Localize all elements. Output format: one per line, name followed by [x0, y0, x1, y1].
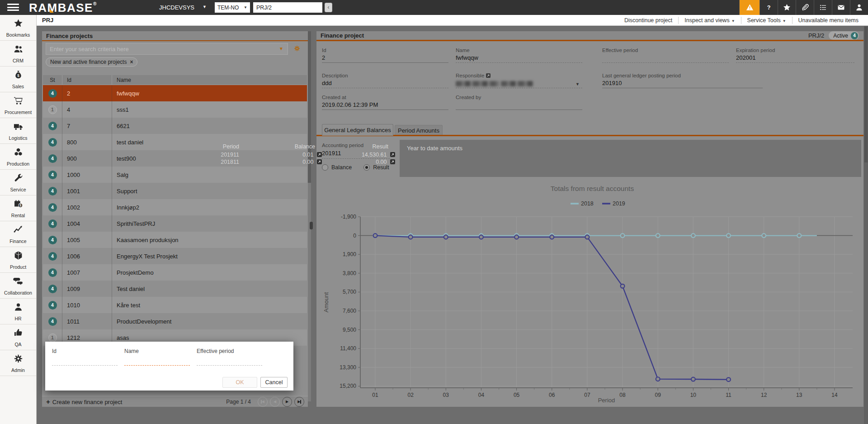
module-select[interactable]: TEM-NO▼	[215, 2, 250, 13]
drilldown-icon[interactable]	[317, 152, 322, 157]
radio-result[interactable]: Result	[363, 164, 389, 171]
status-badge: 4	[48, 268, 57, 277]
sidebar-item-collaboration[interactable]: Collaboration	[0, 273, 36, 299]
menu-action-unavailable-menu-items[interactable]: Unavailable menu items	[792, 17, 864, 24]
field-effective-period[interactable]: Effective period	[602, 48, 729, 63]
help-icon[interactable]: ?	[760, 0, 778, 15]
table-row[interactable]: 41002Innkjøp2	[43, 199, 307, 215]
svg-text:9,500: 9,500	[343, 327, 356, 333]
sidebar-item-crm[interactable]: CRM	[0, 41, 36, 67]
drilldown-icon[interactable]	[317, 159, 322, 164]
drilldown-icon[interactable]	[390, 152, 395, 157]
page-scrollbar[interactable]	[864, 26, 868, 424]
pager-last-button[interactable]: ▶	[294, 397, 304, 407]
scrollbar-thumb[interactable]	[864, 27, 868, 162]
dialog-field-id[interactable]: Id	[52, 348, 118, 366]
pager-next-button[interactable]: ▶	[282, 397, 292, 407]
table-row[interactable]: 4900test900	[43, 150, 307, 167]
sidebar-item-bookmarks[interactable]: Bookmarks	[0, 15, 36, 41]
filter-chip[interactable]: New and active finance projects×	[46, 57, 137, 67]
dialog-field-label: Id	[52, 348, 118, 354]
table-row[interactable]: 41007ProsjektDemo	[43, 264, 307, 281]
table-row[interactable]: 41001Support	[43, 183, 307, 199]
program-search-input[interactable]	[253, 2, 322, 13]
gear-icon[interactable]	[293, 45, 301, 52]
pager-prev-button[interactable]: ◀	[270, 397, 280, 407]
sidebar-item-label: Admin	[0, 367, 36, 373]
pager-first-button[interactable]: ◀	[258, 397, 268, 407]
table-row[interactable]: 41006EngergyX Test Prosjekt	[43, 248, 307, 264]
menu-action-service-tools[interactable]: Service Tools▼	[741, 17, 792, 24]
chip-close-icon[interactable]: ×	[130, 59, 133, 65]
hamburger-menu-icon[interactable]	[7, 4, 19, 11]
sidebar-item-hr[interactable]: HR	[0, 299, 36, 324]
sidebar-item-logistics[interactable]: Logistics	[0, 118, 36, 144]
truck-icon	[13, 121, 24, 132]
table-row[interactable]: 41010Kåre test	[43, 297, 307, 313]
panel-splitter-handle[interactable]	[310, 222, 313, 229]
sidebar-item-qa[interactable]: QA	[0, 324, 36, 350]
field-created-by: Created by	[456, 95, 582, 110]
svg-text:2019: 2019	[613, 200, 625, 207]
sidebar-item-procurement[interactable]: Procurement	[0, 92, 36, 118]
system-caret-icon[interactable]: ▼	[203, 5, 207, 9]
table-row[interactable]: 476621	[43, 118, 307, 134]
chevron-down-icon[interactable]: ▼	[576, 82, 580, 86]
menu-action-discontinue-project[interactable]: Discontinue project	[618, 17, 678, 24]
alert-icon[interactable]	[739, 0, 760, 15]
sidebar-item-production[interactable]: Production	[0, 144, 36, 170]
drilldown-icon[interactable]	[486, 73, 491, 78]
tasks-icon[interactable]	[814, 0, 832, 15]
cell-id: 900	[62, 150, 112, 167]
tab-period-amounts[interactable]: Period Amounts	[395, 125, 443, 136]
field-name[interactable]: Namefwfwqqw	[456, 48, 582, 63]
rambase-logo: RAMBASE®	[29, 1, 97, 15]
table-row[interactable]: 4800test daniel	[43, 134, 307, 150]
dialog-field-underline	[197, 365, 262, 366]
system-name[interactable]: JHCDEVSYS	[159, 4, 194, 11]
table-row[interactable]: 41011ProductDevelopment	[43, 313, 307, 329]
panel-header-right: PRJ/2 Active4	[808, 31, 859, 41]
menu-action-inspect-and-views[interactable]: Inspect and views▼	[678, 17, 741, 24]
mail-icon[interactable]	[832, 0, 850, 15]
search-dropdown-icon[interactable]: ▼	[279, 46, 283, 51]
status-badge: 4	[48, 187, 57, 195]
create-finance-project-dialog: Id Name Effective period OK Cancel	[45, 342, 293, 391]
back-button[interactable]: ‹	[325, 3, 332, 12]
create-project-button[interactable]: +Create new finance project	[42, 398, 122, 405]
menu-actions: Discontinue projectInspect and views▼Ser…	[618, 15, 864, 25]
dialog-field-effective-period[interactable]: Effective period	[197, 348, 262, 366]
user-icon[interactable]	[850, 0, 868, 15]
table-row[interactable]: 41000Salg	[43, 167, 307, 183]
radio-balance[interactable]: Balance	[322, 164, 352, 171]
sidebar-item-sales[interactable]: $Sales	[0, 67, 36, 92]
dialog-field-name[interactable]: Name	[124, 348, 190, 366]
tab-general-ledger-balances[interactable]: General Ledger Balances	[322, 124, 393, 136]
table-row[interactable]: 42fwfwqqw	[43, 85, 307, 101]
drilldown-icon[interactable]	[390, 159, 395, 164]
ytd-title: Year to date amounts	[407, 145, 462, 152]
sidebar-item-service[interactable]: Service	[0, 170, 36, 195]
status-badge: 4	[48, 138, 57, 147]
sidebar-item-admin[interactable]: Admin	[0, 350, 36, 376]
sidebar-item-finance[interactable]: Finance	[0, 221, 36, 247]
attachment-icon[interactable]	[796, 0, 814, 15]
table-row[interactable]: 41005Kaasamoen produksjon	[43, 232, 307, 248]
accounting-period-value[interactable]: 201911	[322, 150, 341, 157]
field-expiration-period[interactable]: Expiration period202001	[736, 48, 854, 63]
search-input[interactable]	[46, 43, 288, 55]
field-responsible[interactable]: Responsible ▼	[456, 73, 582, 88]
table-row[interactable]: 14sss1	[43, 101, 307, 118]
field-description[interactable]: Descriptionddd	[322, 73, 448, 88]
table-row[interactable]: 41004SprithiTestPRJ	[43, 215, 307, 232]
cancel-button[interactable]: Cancel	[260, 377, 288, 388]
sidebar-item-rental[interactable]: $Rental	[0, 195, 36, 221]
ok-button[interactable]: OK	[222, 377, 257, 388]
list-scrollbar[interactable]	[308, 31, 311, 401]
svg-text:1,900: 1,900	[343, 251, 356, 257]
svg-text:Period: Period	[598, 397, 615, 404]
favorites-icon[interactable]	[778, 0, 796, 15]
chevron-down-icon: ▼	[783, 19, 786, 23]
table-row[interactable]: 41009Test daniel	[43, 281, 307, 297]
sidebar-item-product[interactable]: Product	[0, 247, 36, 273]
